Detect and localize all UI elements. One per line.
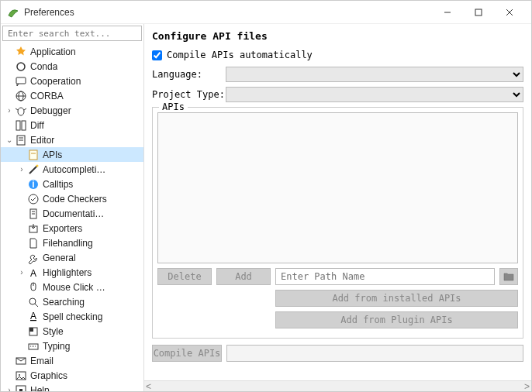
search-input[interactable] [3, 26, 141, 40]
add-plugin-button[interactable]: Add from Plugin APIs [275, 311, 518, 328]
apis-group-label: APIs [159, 101, 188, 112]
expand-icon [4, 76, 15, 87]
expand-icon [4, 356, 15, 366]
export-icon [27, 222, 40, 235]
expand-icon[interactable]: ⌄ [4, 135, 15, 146]
apis-action-row-3: Add from Plugin APIs [157, 311, 518, 328]
project-type-row: Project Type: [152, 87, 523, 102]
compile-auto-checkbox[interactable] [152, 50, 162, 60]
scroll-right-icon[interactable]: > [524, 381, 530, 392]
svg-point-23 [29, 194, 38, 204]
horizontal-scrollbar[interactable]: < > [144, 380, 531, 391]
project-type-select[interactable] [226, 87, 523, 102]
tree-item-general[interactable]: General [1, 250, 143, 265]
doc-icon [27, 208, 40, 220]
svg-text:i: i [32, 179, 34, 190]
close-button[interactable] [494, 2, 525, 23]
tree-item-label: Typing [43, 341, 70, 352]
check-icon [27, 193, 40, 205]
tree-item-label: Exporters [43, 223, 82, 234]
tree-item-help[interactable]: ›Help [1, 383, 143, 391]
tree-item-label: Diff [30, 120, 44, 131]
expand-icon[interactable]: › [4, 385, 15, 392]
help-icon [15, 384, 27, 392]
mouse-icon [27, 281, 40, 294]
path-input[interactable] [275, 268, 495, 285]
circle-icon [15, 60, 27, 73]
apis-list[interactable] [157, 112, 518, 263]
expand-icon[interactable]: › [16, 267, 27, 278]
info-icon: i [27, 178, 40, 191]
tree-item-label: CORBA [30, 91, 64, 101]
expand-icon[interactable]: › [4, 105, 15, 116]
tree-item-calltips[interactable]: iCalltips [1, 177, 143, 191]
tree-item-style[interactable]: Style [1, 324, 143, 339]
tree-item-label: General [43, 253, 76, 263]
tree-item-label: Highlighters [43, 267, 92, 278]
expand-icon [16, 341, 27, 352]
tree-item-label: Spell checking [43, 311, 102, 322]
tree-item-label: Filehandling [43, 238, 93, 249]
expand-icon [16, 223, 27, 234]
tree-item-typing[interactable]: Typing [1, 339, 143, 353]
expand-icon[interactable]: › [16, 164, 27, 175]
tree-item-graphics[interactable]: Graphics [1, 368, 143, 383]
expand-icon [4, 61, 15, 72]
tree-item-autocompleti[interactable]: ›Autocompleti… [1, 162, 143, 177]
tree-item-spell-checking[interactable]: ASpell checking [1, 309, 143, 324]
language-select[interactable] [226, 67, 523, 82]
expand-icon [4, 91, 15, 101]
tree-item-email[interactable]: Email [1, 353, 143, 368]
tree-item-conda[interactable]: Conda [1, 59, 143, 74]
expand-icon [16, 194, 27, 205]
keyboard-icon [27, 340, 40, 352]
svg-line-10 [16, 108, 18, 110]
expand-icon [4, 46, 15, 57]
tree-item-corba[interactable]: CORBA [1, 88, 143, 103]
add-installed-button[interactable]: Add from installed APIs [275, 290, 518, 307]
tree-item-label: Graphics [30, 370, 67, 381]
tree-item-mouse-click[interactable]: Mouse Click … [1, 280, 143, 294]
tree-item-editor[interactable]: ⌄Editor [1, 132, 143, 147]
spell-icon: A [27, 311, 40, 323]
svg-line-32 [35, 304, 38, 307]
minimize-button[interactable] [432, 2, 463, 23]
preferences-tree[interactable]: ApplicationCondaCooperationCORBA›Debugge… [1, 43, 143, 391]
expand-icon [16, 297, 27, 308]
expand-icon [16, 179, 27, 190]
maximize-button[interactable] [463, 2, 494, 23]
language-row: Language: [152, 67, 523, 82]
tree-item-label: Help [30, 385, 50, 392]
compile-apis-button[interactable]: Compile APIs [152, 345, 222, 362]
tree-item-documentati[interactable]: Documentati… [1, 206, 143, 221]
svg-rect-17 [29, 150, 37, 160]
tree-item-exporters[interactable]: Exporters [1, 221, 143, 236]
language-label: Language: [152, 69, 226, 80]
tree-item-cooperation[interactable]: Cooperation [1, 74, 143, 88]
svg-rect-35 [29, 328, 33, 332]
delete-button[interactable]: Delete [157, 268, 212, 285]
tree-item-label: Conda [30, 61, 57, 72]
tree-item-diff[interactable]: Diff [1, 118, 143, 132]
svg-rect-42 [19, 389, 22, 392]
tree-item-label: Mouse Click … [43, 282, 105, 293]
tree-item-label: Calltips [43, 179, 73, 190]
tree-item-label: Cooperation [30, 76, 81, 87]
tree-item-debugger[interactable]: ›Debugger [1, 103, 143, 118]
tree-item-filehandling[interactable]: Filehandling [1, 236, 143, 250]
apis-action-row-2: Add from installed APIs [157, 290, 518, 307]
scroll-left-icon[interactable]: < [146, 381, 151, 392]
add-button[interactable]: Add [216, 268, 271, 285]
wand-icon [27, 163, 40, 176]
svg-point-20 [36, 164, 39, 167]
expand-icon [16, 150, 27, 160]
search-container [2, 26, 142, 41]
file-icon [27, 237, 40, 249]
tree-item-searching[interactable]: Searching [1, 294, 143, 309]
tree-item-application[interactable]: Application [1, 44, 143, 59]
svg-point-31 [29, 298, 36, 304]
tree-item-apis[interactable]: APIs [1, 147, 143, 162]
tree-item-code-checkers[interactable]: Code Checkers [1, 191, 143, 206]
browse-button[interactable] [499, 268, 518, 285]
tree-item-highlighters[interactable]: ›AHighlighters [1, 265, 143, 280]
